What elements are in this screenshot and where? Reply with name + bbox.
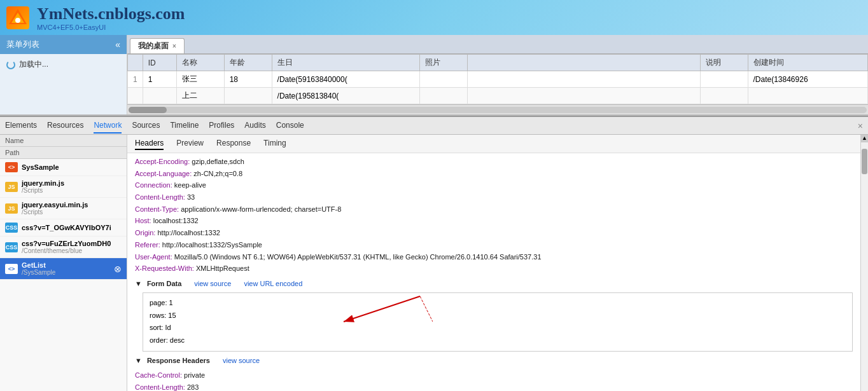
header-row: User-Agent: Mozilla/5.0 (Windows NT 6.1;… xyxy=(135,251,853,263)
horizontal-scrollbar[interactable] xyxy=(127,104,868,114)
item-name: jquery.min.js xyxy=(22,179,64,187)
sub-tab-headers[interactable]: Headers xyxy=(135,137,164,150)
sidebar-collapse-button[interactable]: « xyxy=(115,39,120,50)
devtools-content: Name Path <> SysSample JS jq xyxy=(0,135,868,391)
network-item-css1[interactable]: CSS css?v=T_OGwKAVYIbOY7i xyxy=(0,219,127,237)
item-path: /SysSample xyxy=(22,269,55,276)
sub-tab-timing[interactable]: Timing xyxy=(263,137,286,150)
item-name: css?v=T_OGwKAVYIbOY7i xyxy=(22,224,111,231)
html-icon: <> xyxy=(5,162,18,172)
header-row: Connection: keep-alive xyxy=(135,179,853,191)
tab-my-desktop[interactable]: 我的桌面 × xyxy=(130,38,185,53)
response-headers-section-header[interactable]: ▼ Response Headers view source xyxy=(127,354,860,367)
col-id: ID xyxy=(143,55,176,71)
col-rownum xyxy=(128,55,143,71)
item-path: /Scripts xyxy=(22,209,88,216)
network-right-wrapper: Headers Preview Response Timing Accept-E… xyxy=(127,135,868,391)
devtools-tab-audits[interactable]: Audits xyxy=(244,118,265,134)
table-row: 上二 /Date(195813840( xyxy=(128,88,868,104)
data-table-wrapper: ID 名称 年龄 生日 照片 说明 创建时间 1 xyxy=(127,54,868,104)
top-section: 菜单列表 « 加载中... 我的桌面 × xyxy=(0,35,868,116)
form-field-rows: rows: 15 xyxy=(150,310,846,322)
network-item-easyui[interactable]: JS jquery.easyui.min.js /Scripts xyxy=(0,198,127,219)
cell-desc xyxy=(467,71,700,88)
tab-close-button[interactable]: × xyxy=(172,43,176,50)
cell-birthday: /Date(59163840000( xyxy=(272,71,419,88)
devtools-tab-network[interactable]: Network xyxy=(94,118,122,134)
scroll-track xyxy=(861,142,868,391)
app-header: YmNets.cnblogs.com MVC4+EF5.0+EasyUI xyxy=(0,0,868,35)
view-source-link-2[interactable]: view source xyxy=(223,357,260,364)
item-path: /Content/themes/blue xyxy=(22,247,111,254)
network-item-jquery[interactable]: JS jquery.min.js /Scripts xyxy=(0,176,127,198)
col-name-header: Name xyxy=(5,137,24,144)
scrollbar-thumb[interactable] xyxy=(129,107,167,113)
section-toggle-icon: ▼ xyxy=(135,357,142,364)
app-logo xyxy=(6,6,29,29)
svg-point-2 xyxy=(15,18,20,23)
app-subtitle: MVC4+EF5.0+EasyUI xyxy=(37,24,185,31)
item-info: jquery.easyui.min.js /Scripts xyxy=(22,201,88,216)
devtools-tab-profiles[interactable]: Profiles xyxy=(209,118,234,134)
row-num xyxy=(128,88,143,104)
app-title-block: YmNets.cnblogs.com MVC4+EF5.0+EasyUI xyxy=(37,4,185,31)
form-field-sort: sort: Id xyxy=(150,322,846,334)
view-source-link[interactable]: view source xyxy=(194,280,231,287)
cell-age xyxy=(224,88,272,104)
header-row: Origin: http://localhost:1332 xyxy=(135,227,853,239)
tab-label: 我的桌面 xyxy=(138,41,169,51)
form-field-order: order: desc xyxy=(150,334,846,347)
network-details: Headers Preview Response Timing Accept-E… xyxy=(127,135,860,391)
item-info: SysSample xyxy=(22,163,59,171)
scroll-up-button[interactable]: ▲ xyxy=(861,135,868,142)
cell-name: 张三 xyxy=(176,71,224,88)
header-row: Accept-Language: zh-CN,zh;q=0.8 xyxy=(135,168,853,180)
network-list-header: Name xyxy=(0,135,127,147)
sub-tab-preview[interactable]: Preview xyxy=(176,137,204,150)
cell-name: 上二 xyxy=(176,88,224,104)
devtools-close-button[interactable]: × xyxy=(858,121,863,131)
network-item-syssample[interactable]: <> SysSample xyxy=(0,159,127,176)
section-label: Response Headers xyxy=(147,357,210,364)
sub-tab-response[interactable]: Response xyxy=(216,137,251,150)
sidebar-loading-item: 加载中... xyxy=(0,54,127,75)
reject-icon: ⊗ xyxy=(114,264,122,274)
response-headers-details: Cache-Control: private Content-Length: 2… xyxy=(127,367,860,391)
sub-tabs: Headers Preview Response Timing xyxy=(127,135,860,153)
scroll-thumb[interactable] xyxy=(862,149,867,174)
item-info: jquery.min.js /Scripts xyxy=(22,179,64,194)
js-icon: JS xyxy=(5,203,18,214)
css-icon: CSS xyxy=(5,223,18,233)
table-row: 1 1 张三 18 /Date(59163840000( /Date(13846… xyxy=(128,71,868,88)
item-name: GetList xyxy=(22,261,55,269)
devtools-tab-console[interactable]: Console xyxy=(276,118,304,134)
scrollbar-track xyxy=(129,107,867,113)
resp-header-row: Content-Length: 283 xyxy=(135,381,853,391)
header-row: X-Requested-With: XMLHttpRequest xyxy=(135,263,853,275)
item-path: /Scripts xyxy=(22,187,64,194)
cell-age: 18 xyxy=(224,71,272,88)
sidebar-title: 菜单列表 xyxy=(6,39,39,50)
cell-desc xyxy=(467,88,700,104)
row-num: 1 xyxy=(128,71,143,88)
devtools-tab-sources[interactable]: Sources xyxy=(132,118,160,134)
cell-created: /Date(13846926 xyxy=(748,71,868,88)
col-note: 说明 xyxy=(700,55,748,71)
form-data-section-header[interactable]: ▼ Form Data view source view URL encoded xyxy=(127,277,860,290)
network-list-path-header: Path xyxy=(0,147,127,159)
network-item-getlist[interactable]: <> GetList /SysSample ⊗ xyxy=(0,258,127,280)
col-age: 年龄 xyxy=(224,55,272,71)
form-data-box: page: 1 rows: 15 sort: Id order: desc xyxy=(143,292,853,352)
cell-id: 1 xyxy=(143,71,176,88)
col-photo: 照片 xyxy=(419,55,467,71)
main-area: 菜单列表 « 加载中... 我的桌面 × xyxy=(0,35,868,391)
view-encoded-link[interactable]: view URL encoded xyxy=(244,280,302,287)
section-label: Form Data xyxy=(147,280,181,287)
devtools-tab-elements[interactable]: Elements xyxy=(5,118,37,134)
devtools-tab-resources[interactable]: Resources xyxy=(47,118,83,134)
css-icon: CSS xyxy=(5,242,18,252)
item-name: SysSample xyxy=(22,163,59,171)
cell-birthday: /Date(195813840( xyxy=(272,88,419,104)
devtools-tab-timeline[interactable]: Timeline xyxy=(170,118,199,134)
network-item-css2[interactable]: CSS css?v=uFuZErLzYuomDH0 /Content/theme… xyxy=(0,237,127,258)
